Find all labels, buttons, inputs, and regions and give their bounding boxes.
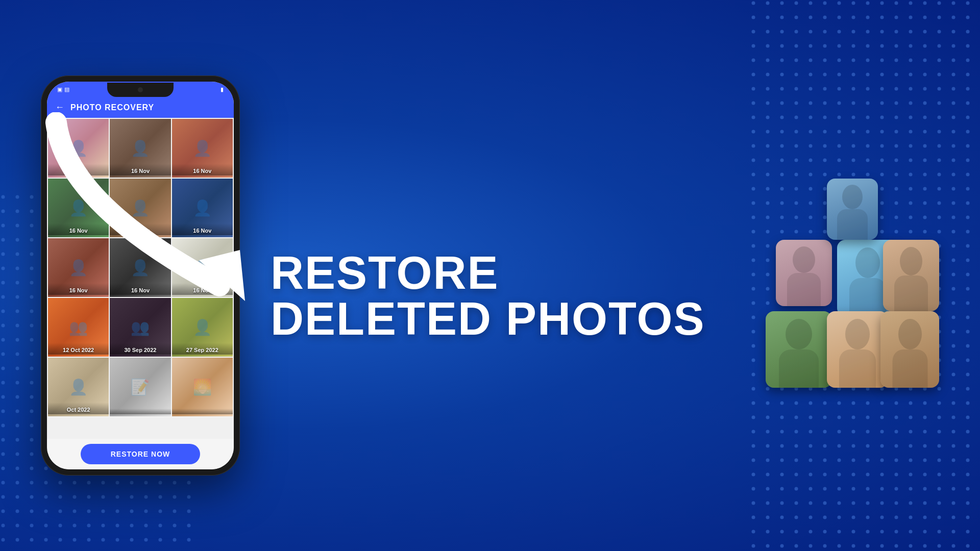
status-right-icons: ▮ xyxy=(220,86,224,93)
collage-grid xyxy=(766,194,939,388)
photo-collage xyxy=(766,184,939,388)
collage-photo-5 xyxy=(827,311,888,388)
photo-date: Oct 2022 xyxy=(48,403,109,414)
collage-photo-4 xyxy=(766,311,832,388)
back-button[interactable]: ← xyxy=(55,102,64,113)
bottom-bar: RESTORE NOW xyxy=(47,439,234,469)
photo-image: 🌅 xyxy=(172,358,233,416)
collage-photo-3 xyxy=(883,240,939,311)
phone-notch xyxy=(107,83,174,97)
photo-date xyxy=(110,409,170,414)
photo-date: 30 Sep 2022 xyxy=(110,343,170,355)
photo-image: 👤 xyxy=(172,298,233,357)
photo-cell[interactable]: 👥 30 Sep 2022 xyxy=(110,298,170,357)
collage-photo-1 xyxy=(776,240,832,306)
restore-now-button[interactable]: RESTORE NOW xyxy=(81,444,200,464)
status-left-icons: ▣ ▤ xyxy=(57,86,69,93)
photo-image: 👥 xyxy=(48,298,109,357)
signal-icon: ▣ xyxy=(57,86,62,93)
wifi-icon: ▤ xyxy=(64,86,69,93)
photo-cell[interactable]: 👤 27 Sep 2022 xyxy=(172,298,233,357)
app-title: PHOTO RECOVERY xyxy=(70,103,154,112)
front-camera xyxy=(138,87,143,92)
photo-image: 👤 xyxy=(48,358,109,416)
headline-section: RESTORE DELETED PHOTOS xyxy=(240,209,766,342)
photo-date: 27 Sep 2022 xyxy=(172,343,233,355)
headline-line1: RESTORE xyxy=(271,250,705,296)
photo-cell[interactable]: 📝 xyxy=(110,358,170,416)
photo-date: 12 Oct 2022 xyxy=(48,343,109,355)
photo-date xyxy=(172,409,233,414)
collage-photo-6 xyxy=(880,311,939,388)
photo-image: 👥 xyxy=(110,298,170,357)
collage-photo-top xyxy=(827,179,878,240)
curved-arrow xyxy=(41,112,296,306)
battery-icon: ▮ xyxy=(220,86,224,93)
photo-cell[interactable]: 👥 12 Oct 2022 xyxy=(48,298,109,357)
headline-line2: DELETED PHOTOS xyxy=(271,296,705,342)
photo-cell[interactable]: 🌅 xyxy=(172,358,233,416)
photo-image: 📝 xyxy=(110,358,170,416)
headline-text: RESTORE DELETED PHOTOS xyxy=(271,250,705,342)
photo-cell[interactable]: 👤 Oct 2022 xyxy=(48,358,109,416)
